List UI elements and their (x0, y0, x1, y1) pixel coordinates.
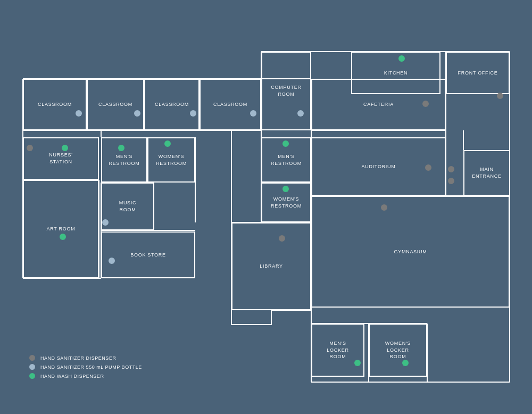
room-label-computer-room: COMPUTER ROOM (271, 84, 301, 97)
dot-4 (297, 110, 304, 117)
dot-18 (109, 258, 115, 264)
room-gymnasium: GYMNASIUM (311, 196, 510, 308)
room-label-book-store: BOOK STORE (130, 252, 166, 259)
dot-1 (134, 110, 140, 117)
dot-12 (282, 140, 289, 147)
dot-0 (76, 110, 82, 117)
room-label-womens-locker: WOMEN'S LOCKER ROOM (385, 340, 411, 360)
room-music-room: MUSIC ROOM (101, 183, 154, 230)
room-label-womens-restroom1: WOMEN'S RESTROOM (156, 153, 187, 167)
room-label-nurses-station: NURSES' STATION (49, 152, 72, 165)
legend-label-2: HAND WASH DISPENSER (40, 374, 104, 379)
room-classroom2: CLASSROOM (87, 79, 144, 130)
room-computer-room: COMPUTER ROOM (261, 52, 311, 130)
legend-dot-0 (29, 355, 35, 361)
dot-10 (118, 145, 124, 151)
dot-15 (448, 178, 454, 184)
room-classroom1: CLASSROOM (23, 79, 87, 130)
room-book-store: BOOK STORE (101, 231, 195, 278)
legend-dot-1 (29, 364, 35, 370)
room-label-mens-restroom1: MEN'S RESTROOM (109, 153, 140, 167)
dot-11 (164, 140, 171, 147)
room-nurses-station: NURSES' STATION (23, 137, 99, 180)
room-womens-locker: WOMEN'S LOCKER ROOM (369, 324, 427, 377)
dot-9 (62, 145, 68, 151)
legend-label-1: HAND SANITIZER 550 mL PUMP BOTTLE (40, 365, 142, 370)
room-label-womens-restroom2: WOMEN'S RESTROOM (271, 196, 302, 209)
dot-20 (279, 235, 285, 242)
room-front-office: FRONT OFFICE (446, 52, 510, 94)
room-library: LIBRARY (231, 222, 311, 310)
dot-21 (282, 186, 289, 192)
room-label-classroom3: CLASSROOM (155, 101, 189, 108)
room-label-gymnasium: GYMNASIUM (394, 249, 427, 255)
room-classroom4: CLASSROOM (200, 79, 261, 130)
dot-6 (422, 101, 429, 107)
dot-16 (60, 234, 66, 240)
room-label-library: LIBRARY (260, 263, 282, 270)
dot-14 (448, 166, 454, 172)
room-label-cafeteria: CAFETERIA (363, 101, 394, 108)
dot-2 (190, 110, 196, 117)
legend-item-0: HAND SANITIZER DISPENSER (29, 355, 142, 361)
room-label-classroom2: CLASSROOM (98, 101, 132, 108)
dot-3 (250, 110, 256, 117)
room-label-front-office: FRONT OFFICE (458, 70, 498, 77)
room-label-music-room: MUSIC ROOM (119, 200, 137, 213)
dot-13 (425, 164, 431, 171)
room-womens-restroom1: WOMEN'S RESTROOM (147, 137, 195, 183)
dot-19 (381, 204, 387, 211)
room-art-room: ART ROOM (23, 180, 99, 278)
room-label-main-entrance: MAIN ENTRANCE (472, 166, 501, 179)
room-label-mens-locker: MEN'S LOCKER ROOM (327, 340, 348, 360)
legend-label-0: HAND SANITIZER DISPENSER (40, 355, 116, 361)
legend: HAND SANITIZER DISPENSERHAND SANITIZER 5… (29, 351, 142, 382)
legend-item-2: HAND WASH DISPENSER (29, 373, 142, 379)
room-mens-restroom1: MEN'S RESTROOM (101, 137, 147, 183)
dot-23 (402, 360, 409, 366)
legend-item-1: HAND SANITIZER 550 mL PUMP BOTTLE (29, 364, 142, 370)
room-mens-locker: MEN'S LOCKER ROOM (311, 324, 364, 377)
dot-17 (102, 219, 109, 226)
room-label-auditorium: AUDITORIUM (361, 163, 395, 170)
room-label-classroom1: CLASSROOM (38, 101, 72, 108)
dot-5 (398, 55, 405, 62)
room-main-entrance: MAIN ENTRANCE (463, 150, 510, 196)
dot-7 (497, 93, 503, 99)
room-label-mens-restroom2: MEN'S RESTROOM (271, 153, 302, 167)
legend-dot-2 (29, 373, 35, 379)
room-label-kitchen: KITCHEN (384, 70, 408, 77)
room-label-art-room: ART ROOM (47, 226, 76, 233)
room-classroom3: CLASSROOM (144, 79, 200, 130)
room-label-classroom4: CLASSROOM (213, 101, 247, 108)
dot-22 (354, 360, 361, 366)
dot-8 (27, 145, 33, 151)
